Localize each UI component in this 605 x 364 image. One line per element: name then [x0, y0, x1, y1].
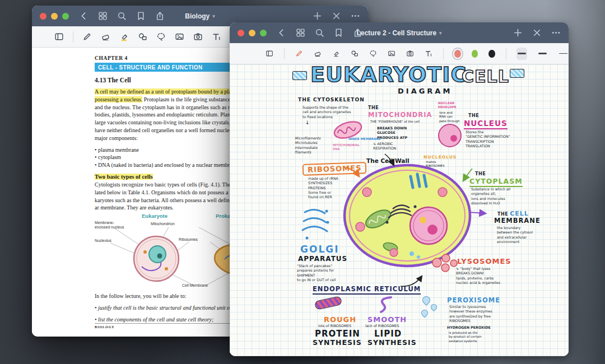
sidebar-toggle-icon[interactable]: [54, 32, 64, 41]
mitochondria-notes: BREAKS DOWN GLUCOSE PRODUCES ATP: [377, 126, 407, 140]
nucleus-notes: Stores the "GENETIC INFORMATION" TRANSCR…: [466, 130, 510, 148]
document-title-dropdown[interactable]: Biology ▾: [185, 6, 215, 26]
pen-tool-icon[interactable]: [295, 49, 303, 58]
nucleolus-heading: NUCLEOLUS: [424, 155, 457, 160]
smooth-er-big1: LIPID: [374, 329, 402, 339]
image-tool-icon[interactable]: [175, 32, 184, 41]
bookmark-icon[interactable]: [136, 11, 146, 21]
add-page-icon[interactable]: [313, 11, 322, 21]
close-document-icon[interactable]: [532, 28, 542, 38]
ribosomes-heading-box: RIBOSOMES: [302, 163, 366, 175]
color-swatch-green[interactable]: [472, 50, 478, 58]
grid-view-icon[interactable]: [98, 11, 108, 21]
figure-annotation: Membrane- enclosed nucleus: [95, 221, 124, 230]
camera-tool-icon[interactable]: [193, 32, 203, 41]
golgi-notes: "Stack of pancakes" prepares proteins fo…: [297, 264, 336, 282]
lysosomes-heading: LYSOSOMES: [457, 257, 511, 265]
peroxisome-notes: Similar to lysosomes however these enzym…: [449, 305, 492, 323]
smooth-er-label: SMOOTH: [367, 315, 407, 324]
inner-membrane-label: INNER MEMBRANE: [348, 137, 381, 141]
minimize-traffic-light[interactable]: [249, 30, 255, 36]
body-text: Protoplasm is the life giving substance …: [142, 96, 236, 102]
cytoskeleton-heading: THE CYTOSKELETON: [298, 97, 365, 102]
rough-er-drawing: [314, 296, 342, 310]
more-options-icon[interactable]: [551, 28, 561, 38]
zoom-traffic-light[interactable]: [260, 30, 267, 36]
close-document-icon[interactable]: [332, 11, 341, 21]
traffic-lights: [40, 13, 69, 20]
camera-tool-icon[interactable]: [406, 49, 414, 58]
eraser-tool-icon[interactable]: [314, 49, 322, 58]
document-title-dropdown[interactable]: Lecture 2 - Cell Structure ▾: [356, 22, 441, 43]
rough-er-big2: SYNTHESIS: [313, 338, 362, 347]
stroke-thick-option[interactable]: [516, 48, 527, 60]
toolbar-separator: [443, 48, 444, 59]
nucleus-the: THE: [468, 113, 479, 118]
note-title-main: EUKARYOTIC: [310, 64, 467, 87]
zoom-traffic-light[interactable]: [62, 13, 69, 20]
share-icon[interactable]: [155, 11, 165, 21]
mitochondria-heading: MITOCHONDRIA: [368, 111, 432, 119]
golgi-drawing: [299, 206, 331, 242]
membrane-notes: the boundary between the cytosol and ext…: [497, 226, 533, 244]
mitochondria-aerobic: ↳ AEROBIC RESPIRATION: [373, 142, 396, 151]
notes-canvas[interactable]: EUKARYOTIC CELL DIAGRAM THE CYTOSKELETON…: [230, 64, 569, 356]
add-page-icon[interactable]: [513, 28, 523, 38]
lasso-tool-icon[interactable]: [156, 32, 166, 41]
color-swatch-coral[interactable]: [454, 50, 461, 58]
minimize-traffic-light[interactable]: [51, 13, 58, 20]
chevron-left-icon[interactable]: [277, 28, 286, 38]
lecture-tools-toolbar: [230, 43, 569, 64]
rough-er-label: ROUGH: [324, 315, 356, 324]
mitochondrial-dna-label: MITOCHONDRIAL DNA: [333, 143, 360, 152]
note-title-sub: DIAGRAM: [398, 87, 452, 95]
document-title: Biology: [185, 12, 210, 20]
lecture-window: Lecture 2 - Cell Structure ▾: [230, 22, 569, 356]
figure-annotation: Cell Membrane: [182, 283, 208, 288]
highlighted-text: possessing a nucleus.: [95, 96, 142, 102]
search-icon[interactable]: [117, 11, 127, 21]
ribosomes-notes: made up of rRNA SYNTHESIZES PROTEINS Som…: [308, 176, 338, 199]
figure-label-eukaryote: Eukaryote: [142, 213, 167, 219]
cytoplasm-heading: CYTOPLASM: [469, 177, 523, 187]
membrane-the: THE: [497, 212, 508, 217]
close-traffic-light[interactable]: [40, 13, 46, 20]
eraser-tool-icon[interactable]: [101, 32, 110, 41]
sidebar-toggle-icon[interactable]: [266, 49, 273, 58]
search-icon[interactable]: [315, 28, 324, 38]
mitochondria-the: THE: [368, 105, 379, 110]
more-options-icon[interactable]: [351, 11, 360, 21]
smooth-er-sub: lack of RIBOSOMES: [365, 324, 399, 328]
cytoskeleton-list: Microfilaments Microtubules Intermediate…: [295, 136, 320, 155]
chevron-left-icon[interactable]: [79, 11, 89, 21]
chevron-down-icon: ▾: [212, 13, 215, 19]
stroke-medium-option[interactable]: [538, 48, 548, 60]
lasso-tool-icon[interactable]: [369, 49, 377, 58]
chevron-down-icon: ▾: [439, 30, 442, 36]
text-tool-icon[interactable]: [212, 32, 221, 41]
image-tool-icon[interactable]: [388, 49, 395, 58]
toolbar-separator: [284, 48, 285, 59]
highlighter-tool-icon[interactable]: [119, 32, 129, 41]
shapes-tool-icon[interactable]: [351, 49, 359, 58]
close-traffic-light[interactable]: [238, 30, 244, 36]
hydrogen-peroxide-notes: is produced as the by-product of certain…: [449, 331, 482, 343]
rough-er-big1: PROTEIN: [315, 329, 360, 339]
cytoskeleton-note: Supports the shape of the cell and ancho…: [302, 105, 351, 119]
mitochondria-tagline: THE "POWERHOUSE" of the cell: [370, 120, 420, 124]
desktop: { "colors":{ "titlebar":"#4d5a6d","accen…: [0, 0, 605, 364]
highlighter-tool-icon[interactable]: [332, 49, 340, 58]
nucleus-drawing: [438, 124, 462, 147]
pen-tool-icon[interactable]: [82, 32, 92, 41]
shapes-tool-icon[interactable]: [138, 32, 147, 41]
color-swatch-black[interactable]: [488, 50, 495, 58]
peroxisome-drawing: [430, 303, 439, 312]
grid-view-icon[interactable]: [296, 28, 305, 38]
er-heading: ENDOPLASMIC RETICULUM: [313, 285, 421, 295]
rough-er-sub: lots of RIBOSOMES: [318, 324, 351, 328]
stroke-thin-option[interactable]: [559, 48, 569, 60]
text-tool-icon[interactable]: [425, 49, 432, 58]
cell-wall-label: The Cell Wall: [366, 157, 409, 164]
bookmark-icon[interactable]: [334, 28, 343, 38]
hydrogen-peroxide-label: HYDROGEN PEROXIDE: [447, 325, 491, 330]
